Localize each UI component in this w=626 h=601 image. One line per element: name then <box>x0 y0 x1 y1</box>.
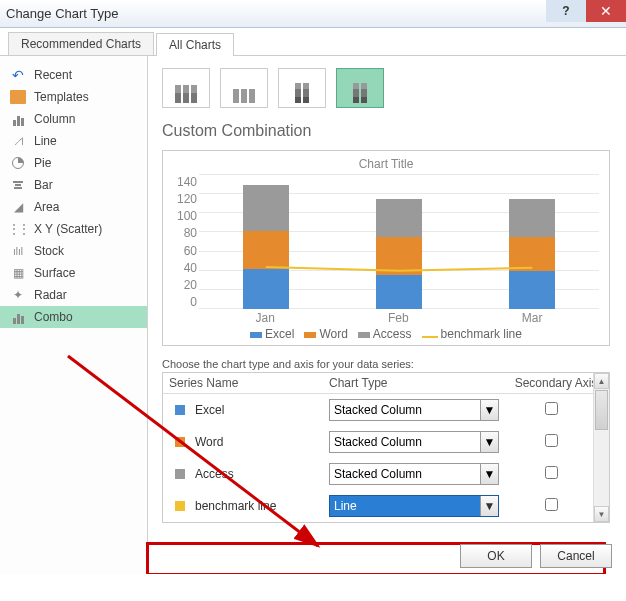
bar-icon <box>10 178 26 192</box>
chart-type-dropdown[interactable]: Stacked Column▼ <box>329 431 499 453</box>
chart-category-sidebar: Recent Templates Column Line Pie Bar Are… <box>0 56 148 574</box>
chevron-down-icon: ▼ <box>480 432 498 452</box>
sidebar-item-label: Pie <box>34 156 51 170</box>
radar-icon <box>10 288 26 302</box>
series-row: WordStacked Column▼ <box>163 426 609 458</box>
series-color-marker <box>175 501 185 511</box>
sidebar-item-area[interactable]: Area <box>0 196 147 218</box>
surface-icon <box>10 266 26 280</box>
tab-bar: Recommended Charts All Charts <box>0 28 626 56</box>
series-row: ExcelStacked Column▼ <box>163 394 609 426</box>
folder-icon <box>10 90 26 104</box>
ok-button[interactable]: OK <box>460 544 532 568</box>
sidebar-item-label: Stock <box>34 244 64 258</box>
series-color-marker <box>175 405 185 415</box>
combo-subtype-custom[interactable] <box>336 68 384 108</box>
sidebar-item-label: Column <box>34 112 75 126</box>
series-color-marker <box>175 469 185 479</box>
chevron-down-icon: ▼ <box>480 400 498 420</box>
x-label: Jan <box>256 311 275 325</box>
series-name: Access <box>195 467 329 481</box>
header-chart-type: Chart Type <box>329 376 509 390</box>
sidebar-item-recent[interactable]: Recent <box>0 64 147 86</box>
pie-icon <box>10 156 26 170</box>
benchmark-line <box>199 175 599 309</box>
sidebar-item-label: Recent <box>34 68 72 82</box>
chart-type-dropdown[interactable]: Line▼ <box>329 495 499 517</box>
legend-item: Excel <box>265 327 294 341</box>
sidebar-item-label: Combo <box>34 310 73 324</box>
chart-title: Chart Title <box>173 157 599 171</box>
series-name: benchmark line <box>195 499 329 513</box>
sidebar-item-label: X Y (Scatter) <box>34 222 102 236</box>
x-axis-labels: Jan Feb Mar <box>199 311 599 325</box>
series-row: AccessStacked Column▼ <box>163 458 609 490</box>
sidebar-item-surface[interactable]: Surface <box>0 262 147 284</box>
area-icon <box>10 200 26 214</box>
stock-icon <box>10 244 26 258</box>
header-secondary-axis: Secondary Axis <box>509 376 603 390</box>
x-label: Feb <box>388 311 409 325</box>
window-title: Change Chart Type <box>6 6 119 21</box>
sidebar-item-pie[interactable]: Pie <box>0 152 147 174</box>
choose-label: Choose the chart type and axis for your … <box>162 358 610 370</box>
legend-item: Word <box>319 327 347 341</box>
series-row: benchmark lineLine▼ <box>163 490 609 522</box>
chart-legend: Excel Word Access benchmark line <box>173 327 599 341</box>
line-icon <box>10 134 26 148</box>
sidebar-item-xy[interactable]: X Y (Scatter) <box>0 218 147 240</box>
y-axis-labels: 020406080100120140 <box>173 175 197 309</box>
chart-type-dropdown[interactable]: Stacked Column▼ <box>329 399 499 421</box>
scroll-thumb[interactable] <box>595 390 608 430</box>
recent-icon <box>10 68 26 82</box>
legend-item: Access <box>373 327 412 341</box>
cancel-button[interactable]: Cancel <box>540 544 612 568</box>
x-label: Mar <box>522 311 543 325</box>
sidebar-item-label: Line <box>34 134 57 148</box>
column-icon <box>10 112 26 126</box>
combo-subtype-2[interactable] <box>220 68 268 108</box>
chart-subtype-thumbnails <box>162 68 610 108</box>
help-button[interactable]: ? <box>546 0 586 22</box>
sidebar-item-label: Radar <box>34 288 67 302</box>
sidebar-item-radar[interactable]: Radar <box>0 284 147 306</box>
sidebar-item-templates[interactable]: Templates <box>0 86 147 108</box>
chevron-down-icon: ▼ <box>480 496 498 516</box>
sidebar-item-label: Area <box>34 200 59 214</box>
legend-item: benchmark line <box>441 327 522 341</box>
sidebar-item-combo[interactable]: Combo <box>0 306 147 328</box>
chart-preview: Chart Title 020406080100120140 Jan Feb M… <box>162 150 610 346</box>
tab-recommended-charts[interactable]: Recommended Charts <box>8 32 154 55</box>
sidebar-item-label: Surface <box>34 266 75 280</box>
sidebar-item-stock[interactable]: Stock <box>0 240 147 262</box>
series-color-marker <box>175 437 185 447</box>
close-button[interactable]: ✕ <box>586 0 626 22</box>
scroll-down-button[interactable]: ▼ <box>594 506 609 522</box>
series-name: Word <box>195 435 329 449</box>
scroll-up-button[interactable]: ▲ <box>594 373 609 389</box>
title-bar: Change Chart Type ? ✕ <box>0 0 626 28</box>
sidebar-item-bar[interactable]: Bar <box>0 174 147 196</box>
secondary-axis-checkbox[interactable] <box>545 466 558 479</box>
sidebar-item-column[interactable]: Column <box>0 108 147 130</box>
scatter-icon <box>10 222 26 236</box>
secondary-axis-checkbox[interactable] <box>545 402 558 415</box>
tab-all-charts[interactable]: All Charts <box>156 33 234 56</box>
sidebar-item-label: Bar <box>34 178 53 192</box>
chart-type-dropdown[interactable]: Stacked Column▼ <box>329 463 499 485</box>
scrollbar[interactable]: ▲ ▼ <box>593 373 609 522</box>
secondary-axis-checkbox[interactable] <box>545 498 558 511</box>
chevron-down-icon: ▼ <box>480 464 498 484</box>
combo-icon <box>10 310 26 324</box>
secondary-axis-checkbox[interactable] <box>545 434 558 447</box>
sidebar-item-line[interactable]: Line <box>0 130 147 152</box>
series-table: Series Name Chart Type Secondary Axis Ex… <box>162 372 610 523</box>
combo-subtype-1[interactable] <box>162 68 210 108</box>
sidebar-item-label: Templates <box>34 90 89 104</box>
section-title: Custom Combination <box>162 122 610 140</box>
combo-subtype-3[interactable] <box>278 68 326 108</box>
series-name: Excel <box>195 403 329 417</box>
header-series-name: Series Name <box>169 376 329 390</box>
